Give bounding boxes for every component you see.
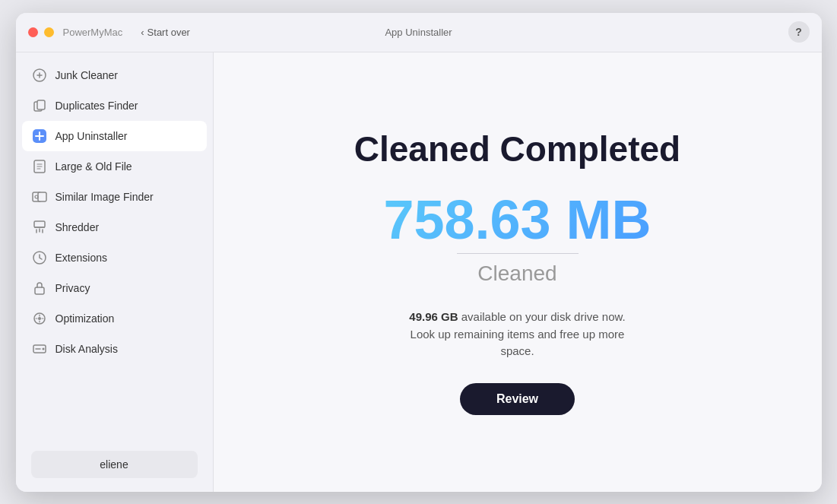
svg-rect-6 bbox=[38, 192, 46, 201]
start-over-label: Start over bbox=[147, 27, 190, 38]
title-bar: PowerMyMac ‹ Start over App Uninstaller … bbox=[16, 13, 822, 52]
duplicates-finder-icon bbox=[31, 97, 48, 114]
sidebar-label: Duplicates Finder bbox=[55, 100, 138, 112]
sidebar-label: Privacy bbox=[55, 282, 90, 294]
cleaned-label: Cleaned bbox=[477, 262, 556, 286]
svg-rect-2 bbox=[37, 100, 45, 109]
page-title: App Uninstaller bbox=[385, 27, 452, 38]
similar-image-finder-icon bbox=[31, 189, 48, 205]
help-button[interactable]: ? bbox=[788, 21, 810, 43]
svg-point-7 bbox=[35, 195, 38, 198]
user-button[interactable]: eliene bbox=[31, 451, 198, 478]
sidebar-item-duplicates-finder[interactable]: Duplicates Finder bbox=[22, 90, 207, 121]
sidebar-label: App Uninstaller bbox=[55, 130, 128, 142]
sidebar-label: Shredder bbox=[55, 221, 100, 233]
shredder-icon bbox=[31, 219, 48, 236]
content-area: Cleaned Completed 758.63 MB Cleaned 49.9… bbox=[214, 52, 822, 492]
available-gb: 49.96 GB bbox=[409, 310, 458, 323]
disk-analysis-icon bbox=[31, 341, 48, 357]
sidebar-label: Large & Old File bbox=[55, 160, 132, 173]
cleaned-title: Cleaned Completed bbox=[354, 128, 680, 170]
review-button[interactable]: Review bbox=[460, 383, 575, 415]
optimization-icon bbox=[31, 310, 48, 327]
sidebar-item-disk-analysis[interactable]: Disk Analysis bbox=[22, 334, 207, 364]
sidebar-item-junk-cleaner[interactable]: Junk Cleaner bbox=[22, 60, 207, 90]
sidebar-item-extensions[interactable]: Extensions bbox=[22, 242, 207, 273]
svg-rect-10 bbox=[35, 287, 44, 294]
sidebar-label: Junk Cleaner bbox=[55, 69, 119, 81]
sidebar-item-privacy[interactable]: Privacy bbox=[22, 273, 207, 303]
divider bbox=[457, 253, 579, 254]
app-window: PowerMyMac ‹ Start over App Uninstaller … bbox=[16, 13, 822, 492]
sidebar-footer: eliene bbox=[22, 445, 207, 484]
sidebar-item-similar-image-finder[interactable]: Similar Image Finder bbox=[22, 182, 207, 212]
sidebar-item-large-old-file[interactable]: Large & Old File bbox=[22, 151, 207, 182]
sidebar-item-app-uninstaller[interactable]: App Uninstaller bbox=[22, 121, 207, 151]
sidebar-item-shredder[interactable]: Shredder bbox=[22, 212, 207, 242]
sidebar-item-optimization[interactable]: Optimization bbox=[22, 303, 207, 334]
svg-rect-8 bbox=[34, 221, 45, 227]
traffic-lights bbox=[28, 27, 54, 37]
sidebar-label: Extensions bbox=[55, 252, 107, 264]
sidebar: Junk Cleaner Duplicates Finder bbox=[16, 52, 214, 492]
sidebar-label: Similar Image Finder bbox=[55, 191, 154, 203]
sidebar-label: Disk Analysis bbox=[55, 343, 118, 355]
svg-point-14 bbox=[42, 347, 44, 350]
main-content: Junk Cleaner Duplicates Finder bbox=[16, 52, 822, 492]
start-over-button[interactable]: ‹ Start over bbox=[141, 27, 190, 38]
junk-cleaner-icon bbox=[31, 67, 48, 84]
extensions-icon bbox=[31, 249, 48, 266]
app-uninstaller-icon bbox=[31, 128, 48, 144]
sidebar-label: Optimization bbox=[55, 312, 115, 325]
cleaned-amount: 758.63 MB bbox=[383, 192, 651, 247]
large-old-file-icon bbox=[31, 158, 48, 175]
available-text: 49.96 GB available on your disk drive no… bbox=[396, 309, 639, 360]
chevron-left-icon: ‹ bbox=[141, 27, 144, 38]
privacy-icon bbox=[31, 280, 48, 296]
app-name-label: PowerMyMac bbox=[63, 27, 123, 38]
minimize-button[interactable] bbox=[44, 27, 54, 37]
svg-point-12 bbox=[38, 317, 41, 320]
close-button[interactable] bbox=[28, 27, 38, 37]
